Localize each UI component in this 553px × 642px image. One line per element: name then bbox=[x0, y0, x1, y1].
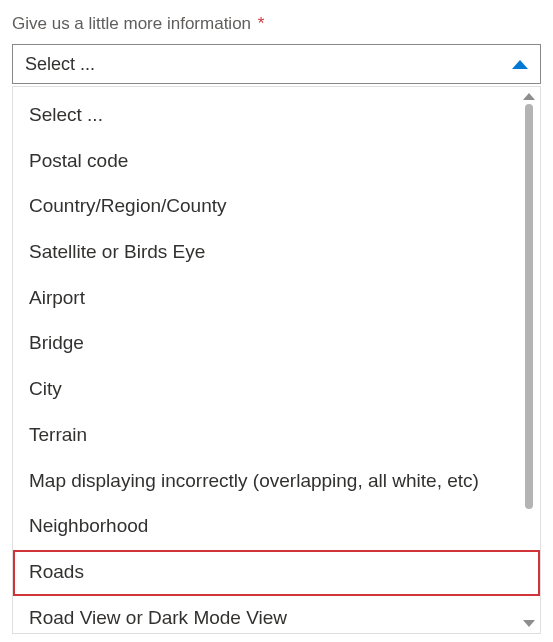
option[interactable]: Airport bbox=[13, 276, 540, 322]
option[interactable]: Terrain bbox=[13, 413, 540, 459]
combobox-button[interactable]: Select ... bbox=[12, 44, 541, 84]
field-label: Give us a little more information * bbox=[12, 14, 541, 34]
scroll-down-icon[interactable] bbox=[523, 620, 535, 627]
option[interactable]: Neighborhood bbox=[13, 504, 540, 550]
option[interactable]: Postal code bbox=[13, 139, 540, 185]
field-label-text: Give us a little more information bbox=[12, 14, 251, 33]
scroll-thumb[interactable] bbox=[525, 104, 533, 509]
option[interactable]: Country/Region/County bbox=[13, 184, 540, 230]
caret-up-icon bbox=[512, 60, 528, 69]
combobox-selected-text: Select ... bbox=[25, 54, 95, 75]
option[interactable]: Bridge bbox=[13, 321, 540, 367]
option[interactable]: Map displaying incorrectly (overlapping,… bbox=[13, 459, 540, 505]
option[interactable]: City bbox=[13, 367, 540, 413]
option[interactable]: Road View or Dark Mode View bbox=[13, 596, 540, 634]
option[interactable]: Select ... bbox=[13, 93, 540, 139]
required-marker: * bbox=[258, 14, 265, 33]
option-list: Select ...Postal codeCountry/Region/Coun… bbox=[13, 87, 540, 634]
more-info-combobox: Select ... Select ...Postal codeCountry/… bbox=[12, 44, 541, 634]
option[interactable]: Satellite or Birds Eye bbox=[13, 230, 540, 276]
scroll-up-icon[interactable] bbox=[523, 93, 535, 100]
option[interactable]: Roads bbox=[13, 550, 540, 596]
combobox-listbox: Select ...Postal codeCountry/Region/Coun… bbox=[12, 86, 541, 634]
scrollbar[interactable] bbox=[521, 93, 537, 627]
